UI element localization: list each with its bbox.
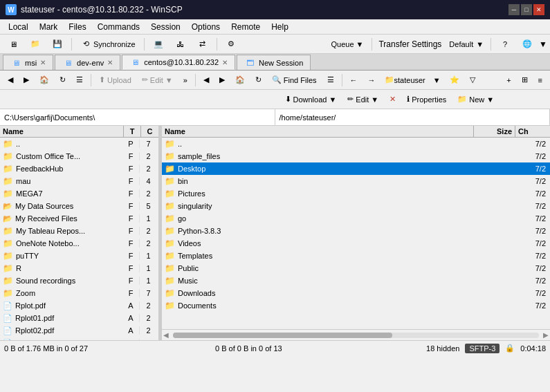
table-row[interactable]: 📂My Data Sources F 5 — [0, 200, 158, 212]
tab-dev-env[interactable]: 🖥 dev-env ✕ — [55, 55, 120, 70]
local-home-btn[interactable]: 🏠 — [35, 73, 54, 88]
local-refresh-btn[interactable]: ↻ — [55, 73, 71, 88]
tab-centos[interactable]: 🖥 centos@10.31.80.232 ✕ — [122, 55, 235, 70]
remote-prev-btn[interactable]: ◀ — [199, 73, 214, 88]
table-row[interactable]: 📂My Received Files F 1 — [0, 212, 158, 225]
table-row[interactable]: 📁go 7/2 — [162, 212, 550, 225]
table-row[interactable]: 📁puTTY F 1 — [0, 250, 158, 262]
remote-refresh-btn[interactable]: ↻ — [250, 73, 266, 88]
help-btn[interactable]: ? — [495, 37, 515, 52]
table-row[interactable]: 📁Desktop 7/2 — [162, 162, 550, 175]
table-row[interactable]: 📁Zoom F 7 — [0, 287, 158, 299]
table-row[interactable]: 📁Documents 7/2 — [162, 299, 550, 312]
table-row[interactable]: 📁bin 7/2 — [162, 175, 550, 187]
menu-options[interactable]: Options — [186, 21, 226, 33]
maximize-button[interactable]: □ — [521, 4, 532, 15]
table-row[interactable]: 📁R F 1 — [0, 262, 158, 274]
table-row[interactable]: 📁OneNote Notebo... F 2 — [0, 237, 158, 250]
open-dir-btn[interactable]: 📁 — [25, 37, 46, 52]
right-col-size[interactable]: Size — [474, 126, 515, 137]
table-row[interactable]: 📁mau F 4 — [0, 175, 158, 187]
add-btn[interactable]: + — [502, 73, 515, 88]
table-row[interactable]: 📁FeedbackHub F 2 — [0, 162, 158, 175]
table-row[interactable]: 📁My Tableau Repos... F 2 — [0, 225, 158, 237]
download-btn[interactable]: ⬇ Download ▼ — [280, 92, 342, 107]
remote-icon-btn[interactable]: 🖧 — [170, 37, 191, 52]
globe-btn[interactable]: 🌐 — [517, 37, 538, 52]
local-prev-btn[interactable]: ◀ — [3, 73, 18, 88]
table-row[interactable]: 📄Rplot03.pdf A 2 — [0, 337, 158, 340]
left-col-t[interactable]: T — [124, 126, 141, 137]
table-row[interactable]: 📄Rplot.pdf A 2 — [0, 299, 158, 312]
menu-local[interactable]: Local — [3, 21, 34, 33]
local-icon-btn[interactable]: 💻 — [148, 37, 169, 52]
minimize-button[interactable]: ─ — [508, 4, 520, 15]
table-row[interactable]: 📄Rplot01.pdf A 2 — [0, 312, 158, 324]
remote-menu-btn[interactable]: ☰ — [322, 73, 339, 88]
table-row[interactable]: 📁Templates 7/2 — [162, 250, 550, 262]
transfer-value-dropdown[interactable]: Default ▼ — [446, 37, 487, 52]
table-row[interactable]: 📁.. P 7 — [0, 138, 158, 150]
remote-next-btn[interactable]: ▶ — [214, 73, 230, 88]
left-col-c[interactable]: C — [141, 126, 158, 137]
edit-right-btn[interactable]: ✏ Edit ▼ — [342, 92, 383, 107]
table-row[interactable]: 📁Videos 7/2 — [162, 237, 550, 250]
nav-back-btn[interactable]: ← — [345, 73, 363, 88]
left-file-list[interactable]: 📁.. P 7 📁Custom Office Te... F 2 📁Feedba… — [0, 138, 158, 340]
table-row[interactable]: 📁.. 7/2 — [162, 138, 550, 150]
table-row[interactable]: 📁MEGA7 F 2 — [0, 187, 158, 200]
remote-find-btn[interactable]: 🔍 Find Files — [267, 73, 322, 88]
left-col-name[interactable]: Name — [0, 126, 124, 137]
table-row[interactable]: 📁Downloads 7/2 — [162, 287, 550, 299]
tab-centos-close[interactable]: ✕ — [222, 59, 228, 66]
upload-btn[interactable]: ⬆ Upload — [94, 73, 136, 88]
table-row[interactable]: 📁Custom Office Te... F 2 — [0, 150, 158, 162]
menu-commands[interactable]: Commands — [92, 21, 145, 33]
more-left-btn[interactable]: » — [178, 73, 192, 88]
synchronize-btn[interactable]: ⟲ Synchronize — [75, 37, 140, 52]
right-col-changed[interactable]: Ch — [515, 126, 550, 137]
new-session-icon-btn[interactable]: 🖥 — [3, 37, 24, 52]
server-dropdown[interactable]: 📁 stateuser — [381, 73, 429, 88]
hscroll-right[interactable]: ▶ — [542, 331, 550, 339]
menu-files[interactable]: Files — [63, 21, 91, 33]
remote-filter-btn[interactable]: ▽ — [465, 73, 480, 88]
table-row[interactable]: 📁Python-3.8.3 7/2 — [162, 225, 550, 237]
menu-remote[interactable]: Remote — [226, 21, 266, 33]
sort-btn[interactable]: ≡ — [533, 73, 547, 88]
hscroll-track[interactable] — [173, 333, 539, 338]
tab-dev-close[interactable]: ✕ — [107, 59, 113, 66]
server-arrow-btn[interactable]: ▼ — [430, 73, 444, 88]
table-row[interactable]: 📁sample_files 7/2 — [162, 150, 550, 162]
table-row[interactable]: 📁Public 7/2 — [162, 262, 550, 274]
transfer-icon-btn[interactable]: ⇄ — [192, 37, 213, 52]
tab-msi[interactable]: 🖥 msi ✕ — [3, 55, 53, 70]
hscroll-left[interactable]: ◀ — [162, 331, 170, 339]
horizontal-scrollbar[interactable]: ◀ ▶ — [162, 329, 550, 340]
table-row[interactable]: 📄Rplot02.pdf A 2 — [0, 324, 158, 337]
settings-icon-btn[interactable]: ⚙ — [221, 37, 241, 52]
tab-new-session[interactable]: 🗔 New Session — [237, 55, 311, 70]
menu-help[interactable]: Help — [266, 21, 294, 33]
table-row[interactable]: 📁singularity 7/2 — [162, 200, 550, 212]
table-row[interactable]: 📁Music 7/2 — [162, 274, 550, 287]
close-button[interactable]: ✕ — [533, 4, 544, 15]
remote-bookmark-btn[interactable]: ⭐ — [445, 73, 464, 88]
delete-btn[interactable]: ✕ — [385, 92, 401, 107]
nav-forward-btn[interactable]: → — [363, 73, 381, 88]
save-btn[interactable]: 💾 — [47, 37, 68, 52]
table-row[interactable]: 📁Sound recordings F 1 — [0, 274, 158, 287]
left-address-bar[interactable]: C:\Users\garfij\Documents\ — [0, 109, 275, 125]
right-file-list[interactable]: 📁.. 7/2 📁sample_files 7/2 📁Desktop 7/2 📁… — [162, 138, 550, 329]
queue-btn[interactable]: Queue ▼ — [327, 37, 369, 52]
cols-btn[interactable]: ⊞ — [517, 73, 533, 88]
hscroll-thumb[interactable] — [173, 333, 392, 338]
properties-btn[interactable]: ℹ Properties — [402, 92, 451, 107]
local-next-btn[interactable]: ▶ — [19, 73, 34, 88]
tab-msi-close[interactable]: ✕ — [40, 59, 46, 66]
table-row[interactable]: 📁Pictures 7/2 — [162, 187, 550, 200]
menu-session[interactable]: Session — [145, 21, 186, 33]
edit-left-btn[interactable]: ✏ Edit ▼ — [137, 73, 178, 88]
remote-home-btn[interactable]: 🏠 — [230, 73, 250, 88]
new-btn[interactable]: 📁 New ▼ — [452, 92, 499, 107]
